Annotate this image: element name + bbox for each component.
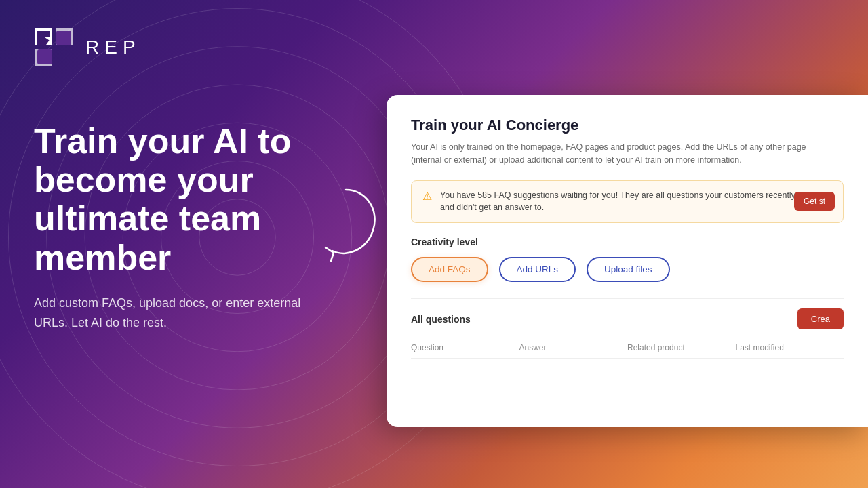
logo-icon: [34, 27, 75, 68]
tab-add-urls[interactable]: Add URLs: [499, 257, 576, 282]
all-questions-title: All questions: [411, 314, 471, 325]
logo: REP: [34, 27, 359, 68]
table-header: Question Answer Related product Last mod…: [411, 338, 844, 359]
col-question: Question: [411, 343, 519, 352]
logo-text: REP: [85, 37, 141, 58]
tab-add-faqs[interactable]: Add FAQs: [411, 257, 488, 282]
col-answer: Answer: [519, 343, 628, 352]
card-title: Train your AI Concierge: [411, 117, 844, 134]
svg-rect-12: [37, 30, 50, 37]
svg-rect-14: [56, 30, 71, 45]
col-modified: Last modified: [736, 343, 844, 352]
questions-header: All questions Crea: [411, 299, 844, 338]
info-icon: ⚠: [422, 190, 432, 203]
main-card: Train your AI Concierge Your AI is only …: [387, 95, 868, 427]
info-banner: ⚠ You have 585 FAQ suggestions waiting f…: [411, 180, 844, 224]
creativity-label: Creativity level: [411, 237, 844, 247]
tab-group: Add FAQs Add URLs Upload files: [411, 257, 844, 282]
col-product: Related product: [627, 343, 736, 352]
tab-upload-files[interactable]: Upload files: [587, 257, 670, 282]
get-started-button[interactable]: Get st: [794, 192, 835, 211]
table-body: [411, 359, 844, 413]
svg-rect-15: [37, 49, 52, 64]
card-description: Your AI is only trained on the homepage,…: [411, 141, 818, 167]
create-button[interactable]: Crea: [797, 308, 844, 329]
arrow-decoration: [305, 183, 387, 281]
hero-subtitle: Add custom FAQs, upload docs, or enter e…: [34, 293, 332, 333]
all-questions-section: All questions Crea Question Answer Relat…: [411, 298, 844, 413]
info-banner-text: You have 585 FAQ suggestions waiting for…: [440, 189, 832, 215]
